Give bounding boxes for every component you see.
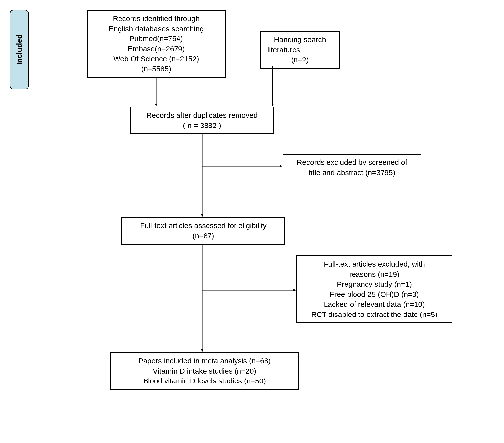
text: Vitamin D intake studies (n=20) — [116, 366, 294, 376]
text: (n=5585) — [92, 64, 220, 74]
text: ( n = 3882 ) — [135, 121, 269, 131]
stage-included: Included — [10, 10, 29, 89]
text: reasons (n=19) — [301, 269, 447, 280]
text: English databases searching — [92, 24, 220, 34]
text: Free blood 25 (OH)D (n=3) — [301, 289, 447, 300]
text: Records excluded by screened of — [288, 158, 416, 168]
prisma-flowchart: Identification Screening Eligibility Inc… — [10, 10, 494, 433]
text: Handing search — [266, 35, 334, 45]
text: RCT disabled to extract the date (n=5) — [301, 310, 447, 320]
text: Records identified through — [92, 14, 220, 24]
text: Full-text articles assessed for eligibil… — [127, 221, 280, 231]
text: (n=87) — [127, 231, 280, 241]
box-included: Papers included in meta analysis (n=68) … — [110, 352, 299, 390]
text: Lacked of relevant data (n=10) — [301, 299, 447, 310]
text: Full-text articles excluded, with — [301, 259, 447, 269]
text: title and abstract (n=3795) — [288, 168, 416, 178]
text: Papers included in meta analysis (n=68) — [116, 356, 294, 366]
text: Records after duplicates removed — [135, 110, 269, 121]
box-excluded-title-abstract: Records excluded by screened of title an… — [283, 154, 421, 181]
text: Web Of Science (n=2152) — [92, 54, 220, 64]
box-hand-search: Handing search literatures (n=2) — [260, 31, 340, 69]
box-fulltext-excluded: Full-text articles excluded, with reason… — [296, 255, 452, 323]
box-database-search: Records identified through English datab… — [87, 10, 226, 78]
text: literatures — [266, 45, 334, 55]
text: (n=2) — [266, 55, 334, 65]
box-after-duplicates: Records after duplicates removed ( n = 3… — [130, 107, 274, 134]
text: Embase(n=2679) — [92, 44, 220, 54]
box-fulltext-assessed: Full-text articles assessed for eligibil… — [121, 217, 285, 245]
text: Blood vitamin D levels studies (n=50) — [116, 376, 294, 386]
text: Pregnancy study (n=1) — [301, 279, 447, 289]
text: Pubmed(n=754) — [92, 34, 220, 44]
stage-included-label: Included — [15, 34, 24, 65]
